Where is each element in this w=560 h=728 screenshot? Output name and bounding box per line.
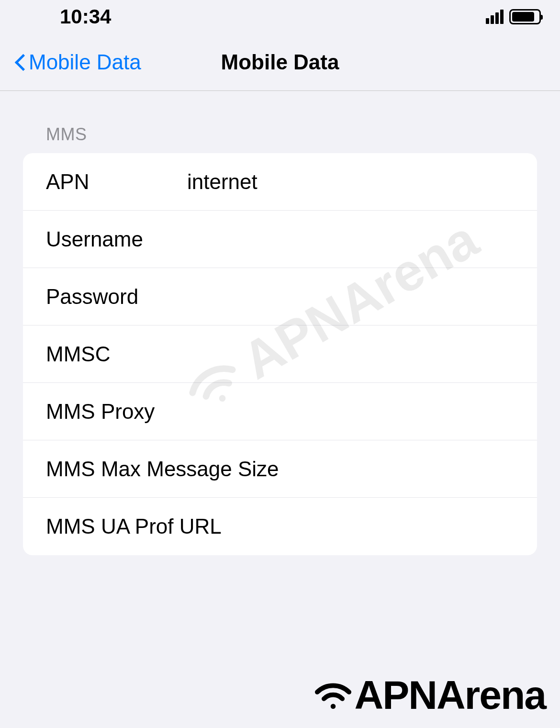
status-bar: 10:34 bbox=[0, 0, 560, 34]
section-header: MMS bbox=[46, 124, 537, 145]
page-title: Mobile Data bbox=[221, 50, 339, 74]
battery-icon bbox=[509, 9, 541, 24]
brand-logo: APNArena bbox=[312, 672, 546, 718]
mmsc-input[interactable] bbox=[187, 342, 514, 366]
apn-label: APN bbox=[46, 170, 187, 194]
password-input[interactable] bbox=[187, 285, 514, 309]
wifi-icon bbox=[312, 679, 355, 712]
mms-max-size-row[interactable]: MMS Max Message Size bbox=[23, 440, 537, 498]
apn-input[interactable] bbox=[187, 170, 514, 194]
settings-group: APN Username Password MMSC MMS Proxy MMS… bbox=[23, 153, 537, 555]
status-time: 10:34 bbox=[60, 5, 111, 28]
username-row[interactable]: Username bbox=[23, 211, 537, 268]
brand-logo-text: APNArena bbox=[355, 672, 546, 718]
mmsc-label: MMSC bbox=[46, 342, 187, 366]
apn-row[interactable]: APN bbox=[23, 153, 537, 211]
chevron-left-icon bbox=[14, 52, 26, 73]
mms-proxy-row[interactable]: MMS Proxy bbox=[23, 383, 537, 440]
back-button[interactable]: Mobile Data bbox=[14, 50, 141, 74]
mms-ua-prof-url-row[interactable]: MMS UA Prof URL bbox=[23, 498, 537, 555]
cellular-signal-icon bbox=[486, 10, 504, 24]
mms-proxy-input[interactable] bbox=[187, 400, 514, 424]
password-row[interactable]: Password bbox=[23, 268, 537, 325]
content: MMS APN Username Password MMSC MMS Proxy… bbox=[0, 91, 560, 555]
mms-ua-prof-url-label: MMS UA Prof URL bbox=[46, 515, 514, 538]
navigation-bar: Mobile Data Mobile Data bbox=[0, 34, 560, 91]
status-right bbox=[486, 9, 541, 24]
username-input[interactable] bbox=[187, 227, 514, 251]
password-label: Password bbox=[46, 285, 187, 309]
username-label: Username bbox=[46, 227, 187, 251]
mmsc-row[interactable]: MMSC bbox=[23, 325, 537, 383]
mms-proxy-label: MMS Proxy bbox=[46, 400, 187, 424]
mms-max-size-label: MMS Max Message Size bbox=[46, 457, 514, 481]
back-button-label: Mobile Data bbox=[29, 50, 141, 74]
